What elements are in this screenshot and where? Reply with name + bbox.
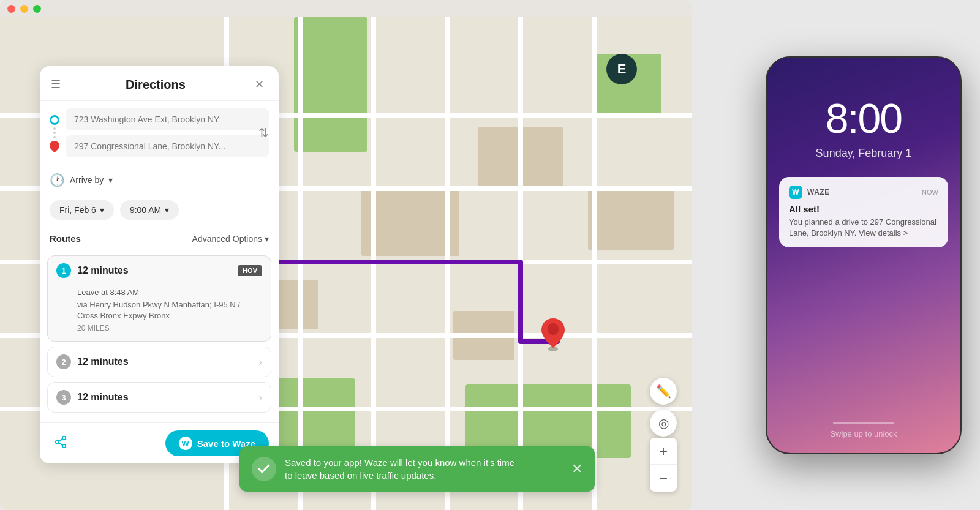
chevron-right-icon: › <box>258 391 262 404</box>
svg-rect-1 <box>294 17 368 152</box>
notification-app-name: WAZE <box>807 188 917 197</box>
location-button[interactable]: ◎ <box>650 410 677 437</box>
advanced-options-arrow-icon: ▾ <box>265 234 269 244</box>
toast-notification: Saved to your app! Waze will let you kno… <box>239 446 595 492</box>
waze-logo-icon: W <box>179 437 192 450</box>
arrive-section: 🕐 Arrive by ▾ <box>40 165 279 195</box>
toast-close-button[interactable]: ✕ <box>571 461 582 477</box>
phone-date: Sunday, February 1 <box>816 147 912 160</box>
time-value: 9:00 AM <box>130 205 161 215</box>
notification-body: You planned a drive to 297 Congressional… <box>789 217 938 239</box>
zoom-controls: + − <box>650 438 677 492</box>
swap-routes-button[interactable]: ⇅ <box>258 126 269 140</box>
svg-line-32 <box>59 439 62 441</box>
edit-icon: ✏️ <box>656 384 671 399</box>
route-1-details: Leave at 8:48 AM via Henry Hudson Pkwy N… <box>48 285 271 341</box>
route-item[interactable]: 1 12 minutes HOV Leave at 8:48 AM via He… <box>47 255 271 342</box>
toast-message-line2: to leave based on live traffic updates. <box>285 469 563 482</box>
sidebar-title: Directions <box>126 78 186 92</box>
arrive-by-label: Arrive by <box>70 175 104 185</box>
share-button[interactable] <box>50 432 72 454</box>
date-select[interactable]: Fri, Feb 6 ▾ <box>50 200 114 220</box>
map-controls: ✏️ ◎ <box>650 378 677 437</box>
origin-input[interactable] <box>66 108 269 130</box>
route-item[interactable]: 2 12 minutes › <box>47 347 271 377</box>
destination-marker <box>539 317 567 354</box>
route-line-dots <box>53 126 56 140</box>
origin-dot-icon <box>50 115 59 125</box>
clock-icon: 🕐 <box>50 173 65 187</box>
route-3-time: 12 minutes <box>77 392 252 403</box>
phone-screen: 8:00 Sunday, February 1 W WAZE NOW All s… <box>767 58 960 453</box>
route-1-time: 12 minutes <box>77 265 232 276</box>
zoom-out-button[interactable]: − <box>650 465 677 492</box>
map-area[interactable]: E ✏️ ◎ <box>0 17 692 510</box>
advanced-options-label: Advanced Options <box>192 234 262 244</box>
route-1-via: via Henry Hudson Pkwy N Manhattan; I-95 … <box>77 299 262 321</box>
notification-time: NOW <box>922 189 938 196</box>
svg-point-27 <box>548 323 559 334</box>
destination-pin-icon <box>48 139 62 153</box>
close-window-dot[interactable] <box>7 5 15 13</box>
route-1-miles: 20 MILES <box>77 324 262 332</box>
zoom-in-button[interactable]: + <box>650 438 677 465</box>
close-sidebar-button[interactable]: ✕ <box>251 76 268 93</box>
route-item-header: 2 12 minutes › <box>48 347 271 377</box>
waze-notification-icon: W <box>789 186 802 199</box>
route-item-header: 1 12 minutes HOV <box>48 256 271 285</box>
route-inputs: ⇅ <box>40 101 279 165</box>
toast-check-icon <box>252 457 276 481</box>
routes-label: Routes <box>50 233 81 244</box>
route-icons <box>50 115 59 151</box>
swipe-bar <box>833 422 894 424</box>
inputs-column <box>66 108 269 157</box>
date-value: Fri, Feb 6 <box>59 205 96 215</box>
phone-notification[interactable]: W WAZE NOW All set! You planned a drive … <box>779 177 948 247</box>
phone-time: 8:00 <box>826 94 902 142</box>
route-dot-2 <box>53 132 56 134</box>
chevron-right-icon: › <box>258 356 262 369</box>
toast-message-line1: Saved to your app! Waze will let you kno… <box>285 456 563 469</box>
menu-icon[interactable]: ☰ <box>51 78 61 91</box>
maximize-window-dot[interactable] <box>33 5 41 13</box>
route-number-3: 3 <box>56 390 71 405</box>
route-dot-1 <box>53 127 56 130</box>
edit-route-button[interactable]: ✏️ <box>650 378 677 405</box>
route-item-header: 3 12 minutes › <box>48 383 271 412</box>
route-dot-3 <box>53 136 56 138</box>
e-location-marker: E <box>606 54 637 84</box>
location-icon: ◎ <box>658 416 669 430</box>
phone-swipe-area[interactable]: Swipe up to unlock <box>830 422 897 438</box>
date-arrow-icon: ▾ <box>100 205 104 215</box>
route-number-1: 1 <box>56 263 71 278</box>
minimize-window-dot[interactable] <box>20 5 28 13</box>
advanced-options-button[interactable]: Advanced Options ▾ <box>192 234 269 244</box>
destination-input[interactable] <box>66 135 269 157</box>
route-2-time: 12 minutes <box>77 356 252 367</box>
share-icon <box>54 435 67 452</box>
sidebar-header: ☰ Directions ✕ <box>40 66 279 101</box>
sidebar-panel: ☰ Directions ✕ ⇅ <box>40 66 279 463</box>
time-arrow-icon: ▾ <box>165 205 169 215</box>
notification-title: All set! <box>789 204 938 214</box>
phone-mockup: 8:00 Sunday, February 1 W WAZE NOW All s… <box>766 56 962 454</box>
notification-header: W WAZE NOW <box>789 186 938 199</box>
hov-badge: HOV <box>238 265 262 276</box>
routes-list: 1 12 minutes HOV Leave at 8:48 AM via He… <box>40 250 279 422</box>
arrive-selects: Fri, Feb 6 ▾ 9:00 AM ▾ <box>40 195 279 227</box>
route-item[interactable]: 3 12 minutes › <box>47 382 271 413</box>
routes-header: Routes Advanced Options ▾ <box>40 227 279 250</box>
svg-line-31 <box>59 443 62 445</box>
svg-rect-9 <box>588 189 674 250</box>
route-number-2: 2 <box>56 354 71 369</box>
arrive-dropdown[interactable]: ▾ <box>108 175 113 185</box>
arrive-dropdown-arrow: ▾ <box>108 175 113 185</box>
time-select[interactable]: 9:00 AM ▾ <box>120 200 179 220</box>
route-1-leave-time: Leave at 8:48 AM <box>77 288 262 297</box>
swipe-label: Swipe up to unlock <box>830 429 897 438</box>
titlebar <box>0 0 692 17</box>
toast-text: Saved to your app! Waze will let you kno… <box>285 456 563 482</box>
app-window: E ✏️ ◎ <box>0 0 692 510</box>
